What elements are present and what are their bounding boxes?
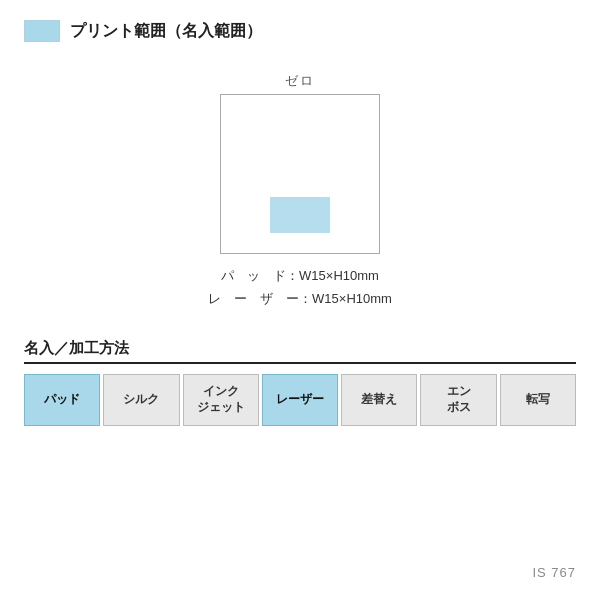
dimensions: パ ッ ド：W15×H10mm レ ー ザ ー：W15×H10mm — [208, 264, 392, 311]
method-laser[interactable]: レーザー — [262, 374, 338, 426]
product-outline — [220, 94, 380, 254]
product-id: IS 767 — [532, 565, 576, 580]
zero-label: ゼロ — [285, 72, 315, 90]
laser-dimension: レ ー ザ ー：W15×H10mm — [208, 287, 392, 310]
method-inkjet[interactable]: インクジェット — [183, 374, 259, 426]
diagram-area: ゼロ パ ッ ド：W15×H10mm レ ー ザ ー：W15×H10mm — [24, 72, 576, 311]
legend-label: プリント範囲（名入範囲） — [70, 21, 262, 42]
methods-row: パッド シルク インクジェット レーザー 差替え エンボス 転写 — [24, 374, 576, 426]
method-tensha[interactable]: 転写 — [500, 374, 576, 426]
method-pad[interactable]: パッド — [24, 374, 100, 426]
method-silk[interactable]: シルク — [103, 374, 179, 426]
page: プリント範囲（名入範囲） ゼロ パ ッ ド：W15×H10mm レ ー ザ ー：… — [0, 0, 600, 600]
method-emboss[interactable]: エンボス — [420, 374, 496, 426]
pad-dimension: パ ッ ド：W15×H10mm — [208, 264, 392, 287]
bottom-row: IS 767 — [24, 426, 576, 584]
print-area-box — [270, 197, 330, 233]
section-title: 名入／加工方法 — [24, 339, 576, 364]
method-sashikae[interactable]: 差替え — [341, 374, 417, 426]
legend-color-box — [24, 20, 60, 42]
legend: プリント範囲（名入範囲） — [24, 20, 576, 42]
